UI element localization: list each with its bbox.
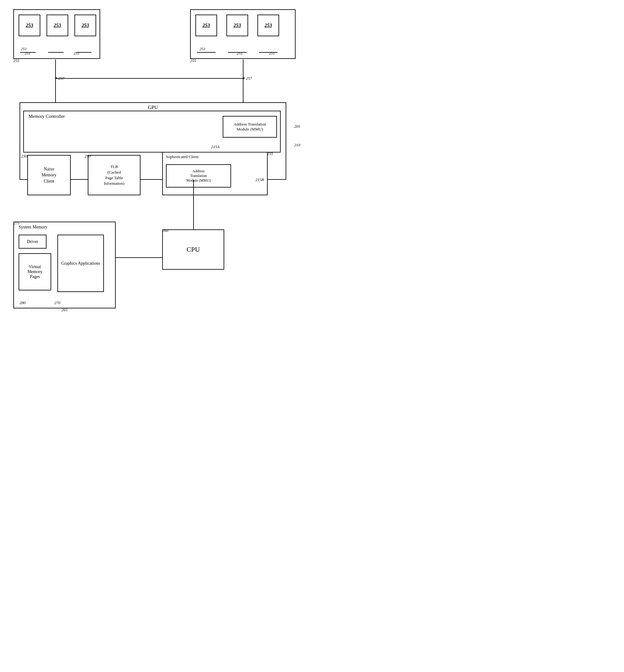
architecture-diagram: 253 253 253 251 251 251 255 253 253 253 — [7, 6, 305, 328]
virtual-memory-pages-label: VirtualMemoryPages — [27, 264, 42, 279]
ref-215b: 215B — [256, 177, 264, 182]
addr-trans-mmu-box: Address TranslationModule (MMU) — [223, 116, 277, 138]
bus-ref-tr1: 251 — [200, 47, 206, 51]
ref-270: 270 — [54, 300, 60, 305]
connector-line-left — [55, 59, 56, 78]
ref-205: 205 — [294, 124, 301, 129]
ref-210: 210 — [294, 142, 301, 147]
ref-255-tl: 255 — [13, 58, 20, 63]
naive-client-label: NaiveMemoryClient — [42, 166, 56, 184]
sys-mem-label: System Memory — [19, 225, 48, 230]
hline-graphics-to-cpu — [116, 257, 164, 258]
ref-280: 280 — [20, 300, 26, 305]
bus-ref-tl2: 251 — [25, 51, 31, 56]
memory-controller-box: Memory Controller Address TranslationMod… — [23, 111, 281, 153]
top-right-module: 253 253 253 251 251 251 — [190, 9, 295, 59]
bus-ref-tl3: 251 — [74, 51, 80, 56]
top-hline — [55, 78, 244, 79]
ref-257-right: 257 — [246, 76, 252, 81]
ref-215a: 215A — [211, 144, 219, 150]
graphics-applications-box: Graphics Applications — [57, 235, 104, 292]
mem-cell-tl3: 253 — [74, 15, 96, 36]
right-vline-to-gpu — [243, 78, 243, 103]
ref-265: 265 — [61, 307, 68, 313]
ref-290: 290 — [85, 154, 91, 159]
tlb-box: TLB(CachedPage TableInformation) — [88, 155, 140, 195]
mem-cell-tr2: 253 — [226, 15, 248, 36]
naive-client-box: NaiveMemoryClient — [27, 155, 71, 195]
ref-260: 260 — [162, 228, 168, 233]
driver-box: Driver — [19, 235, 47, 249]
mem-cell-tl2: 253 — [47, 15, 68, 36]
ref-235: 235 — [267, 151, 273, 156]
mem-cell-tr1: 253 — [196, 15, 217, 36]
bus-ref-tr2: 251 — [237, 51, 243, 56]
sophisticated-client-box: Sophisticated Client AddressTranslationM… — [162, 152, 268, 195]
connector-line-right — [243, 59, 243, 78]
addr-trans-mmu-label: Address TranslationModule (MMU) — [234, 122, 266, 132]
mem-ctrl-label: Memory Controller — [29, 114, 65, 119]
addr-trans-inner-label: AddressTranslationModule (MMU) — [186, 169, 211, 183]
bus-ref-tr3: 251 — [269, 51, 275, 56]
system-memory-box: System Memory Driver VirtualMemoryPages … — [13, 222, 116, 308]
driver-label: Driver — [27, 239, 38, 244]
ref-230: 230 — [21, 154, 27, 159]
addr-trans-inner-box: AddressTranslationModule (MMU) — [166, 164, 231, 188]
gpu-label: GPU — [148, 105, 158, 110]
tlb-label: TLB(CachedPage TableInformation) — [104, 164, 124, 187]
ref-255-tr: 255 — [190, 58, 196, 63]
top-left-module: 253 253 253 251 251 251 — [13, 9, 100, 59]
vline-gpu-to-cpu — [193, 180, 194, 231]
cpu-box: CPU — [162, 230, 224, 270]
left-vline-to-gpu — [55, 78, 56, 103]
virtual-memory-pages-box: VirtualMemoryPages — [19, 253, 51, 291]
mem-cell-tl1: 253 — [19, 15, 40, 36]
cpu-label: CPU — [187, 245, 200, 253]
sophisticated-label: Sophisticated Client — [166, 154, 199, 159]
ref-275: 275 — [13, 221, 20, 226]
graphics-applications-label: Graphics Applications — [61, 261, 100, 266]
mem-cell-tr3: 253 — [257, 15, 279, 36]
